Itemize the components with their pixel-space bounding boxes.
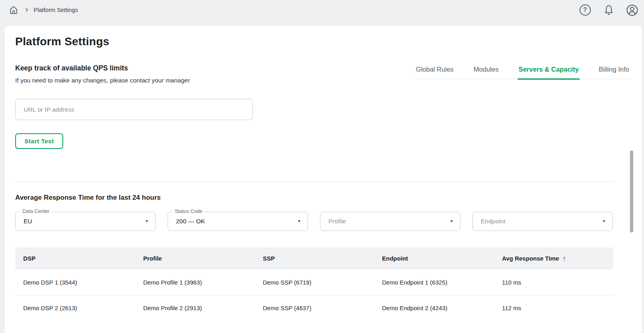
column-header-ssp[interactable]: SSP <box>255 255 374 262</box>
response-time-table: DSP Profile SSP Endpoint Avg Response Ti… <box>15 247 613 321</box>
chevron-down-icon: ▼ <box>602 219 606 223</box>
platform-settings-card: Platform Settings Global Rules Modules S… <box>5 26 642 333</box>
tab-servers-capacity[interactable]: Servers & Capacity <box>518 66 579 80</box>
cell-endpoint: Demo Endpoint 1 (6325) <box>374 279 494 286</box>
table-row[interactable]: Demo DSP 1 (3544) Demo Profile 1 (3963) … <box>15 269 613 295</box>
tab-modules[interactable]: Modules <box>473 66 499 80</box>
home-icon[interactable] <box>7 4 20 16</box>
table-row[interactable]: Demo DSP 2 (2613) Demo Profile 2 (2913) … <box>15 295 613 321</box>
column-header-profile[interactable]: Profile <box>135 255 255 262</box>
data-center-label: Data Center <box>20 209 51 214</box>
data-center-select[interactable]: Data Center EU ▼ <box>15 212 156 231</box>
cell-dsp: Demo DSP 1 (3544) <box>15 279 135 286</box>
table-header-row: DSP Profile SSP Endpoint Avg Response Ti… <box>15 247 613 269</box>
url-ip-input[interactable] <box>15 99 253 120</box>
tab-billing-info[interactable]: Billing Info <box>598 66 630 80</box>
notifications-icon[interactable] <box>602 4 615 16</box>
column-header-endpoint[interactable]: Endpoint <box>374 255 494 262</box>
endpoint-placeholder: Endpoint <box>481 218 505 225</box>
column-header-dsp[interactable]: DSP <box>15 255 135 262</box>
endpoint-select[interactable]: Endpoint ▼ <box>472 212 613 231</box>
breadcrumb: › Platform Settings <box>7 4 78 16</box>
cell-profile: Demo Profile 1 (3963) <box>135 279 255 286</box>
start-test-button[interactable]: Start Test <box>15 133 63 149</box>
profile-icon[interactable] <box>626 4 638 16</box>
cell-ssp: Demo SSP (4637) <box>255 305 374 311</box>
data-center-value: EU <box>24 218 32 225</box>
response-time-heading: Average Response Time for the last 24 ho… <box>15 194 642 202</box>
column-header-avg-response-time[interactable]: Avg Response Time ↑ <box>494 255 613 262</box>
cell-ssp: Demo SSP (6719) <box>255 279 374 286</box>
topbar: › Platform Settings ? <box>0 0 644 20</box>
cell-endpoint: Demo Endpoint 2 (4243) <box>374 305 494 311</box>
chevron-down-icon: ▼ <box>450 219 454 223</box>
filters-row: Data Center EU ▼ Status Code 200 — OK ▼ … <box>15 212 642 231</box>
cell-avg-response-time: 110 ms <box>494 279 613 286</box>
settings-tabs: Global Rules Modules Servers & Capacity … <box>415 66 630 79</box>
vertical-scrollbar-thumb[interactable] <box>630 150 633 233</box>
chevron-down-icon: ▼ <box>297 219 301 223</box>
cell-profile: Demo Profile 2 (2913) <box>135 305 255 311</box>
chevron-right-icon: › <box>25 5 28 15</box>
profile-placeholder: Profile <box>328 218 346 225</box>
profile-select[interactable]: Profile ▼ <box>320 212 460 231</box>
status-code-label: Status Code <box>173 209 204 214</box>
breadcrumb-current[interactable]: Platform Settings <box>34 7 78 13</box>
sort-ascending-icon[interactable]: ↑ <box>563 255 566 262</box>
cell-dsp: Demo DSP 2 (2613) <box>15 305 135 311</box>
status-code-select[interactable]: Status Code 200 — OK ▼ <box>168 212 308 231</box>
chevron-down-icon: ▼ <box>145 219 149 223</box>
status-code-value: 200 — OK <box>176 218 205 225</box>
help-icon[interactable]: ? <box>579 4 591 16</box>
section-divider <box>15 182 613 182</box>
cell-avg-response-time: 112 ms <box>494 305 613 311</box>
tab-global-rules[interactable]: Global Rules <box>415 66 454 80</box>
page-title: Platform Settings <box>15 35 642 48</box>
